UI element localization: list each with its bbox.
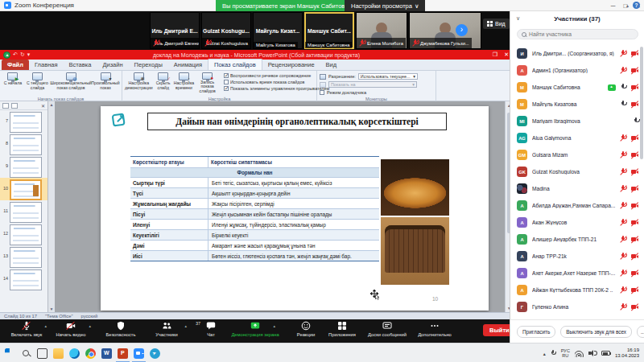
mute-all-button[interactable]: Выключить звук для всех [560,326,632,338]
video-thumbnail[interactable]: Иль Дмитрий Е... Иль Дмитрий Евгение.. [150,12,200,49]
participant-row[interactable]: А Админ1 (Организатор) [510,62,644,79]
slide-thumbnail[interactable]: 10 [0,178,47,200]
ribbon-tab[interactable]: Анимация [168,60,208,70]
help-icon[interactable]: ? [633,2,640,9]
video-thumbnail[interactable]: Джумабекова Гульзи... [409,12,481,49]
video-thumbnail[interactable]: Gulzat Koshugu... Gulzat Koshugulova [201,12,251,49]
video-thumbnail[interactable]: Елена Молибога [356,12,407,49]
ribbon-checkbox-row[interactable]: Использовать время показа слайдов [224,80,314,84]
next-videos-button[interactable]: › [456,24,468,36]
taskbar-app-icon[interactable] [85,348,96,359]
ribbon-tab[interactable]: Показ слайдов [208,59,262,70]
participant-row[interactable]: MI Mariyam Ibragimova [510,113,644,130]
tray-chevron-icon[interactable]: ▴ [543,351,546,356]
outline-tab-icon[interactable] [11,103,18,109]
qat-dropdown-icon[interactable]: ▾ [27,51,31,58]
participant-row[interactable]: А Анар ТРР-21k [510,248,644,265]
more-button[interactable]: Дополнительно [407,321,463,337]
start-video-button[interactable]: Начать видео▴ [43,321,99,337]
participant-row[interactable]: А Алишер Ануарбек ТПП-21 [510,231,644,248]
custom-slideshow-button[interactable]: ▾ Произвольный показ [92,72,119,94]
record-slideshow-button[interactable]: ● Запись показа слайдов [196,72,219,94]
checkbox[interactable] [224,73,229,78]
search-input[interactable] [529,31,634,37]
from-beginning-button[interactable]: ▶ С начала [2,72,23,94]
ribbon-tab[interactable]: Файл [2,60,29,70]
speaker-icon[interactable] [588,350,597,357]
taskbar-app-icon[interactable] [21,348,31,359]
ribbon-tab[interactable]: Переходы [129,60,168,70]
participant-row[interactable]: А Ахет Акерке,Ахет Назерке ТПП-... [510,265,644,282]
participant-row[interactable]: GM Gulsara Mizam [510,146,644,163]
participant-row[interactable]: А Айжан Куттыбекова ТПП 20К-2 .. [510,282,644,298]
slide-thumbnail[interactable]: 7 [0,110,47,133]
taskbar-app-icon[interactable] [118,348,128,359]
slide-thumbnail[interactable]: 12 [0,223,47,245]
slide-thumbnail[interactable]: 11 [0,200,47,223]
slides-tab-icon[interactable] [2,103,9,109]
invite-button[interactable]: Пригласить [517,326,555,338]
tray-mic-icon[interactable] [551,349,556,357]
ribbon-tab[interactable]: Вид [320,60,343,70]
more-options-button[interactable]: ... [637,326,644,338]
clock[interactable]: 16:1913.04.2023 [615,348,642,359]
ppt-maximize-button[interactable]: ❐ [493,51,497,58]
setup-slideshow-button[interactable]: ✱ Настройка демонстрации [125,72,153,94]
participant-row[interactable]: Г Гуленко Алина [510,298,644,315]
chevron-up-icon[interactable]: ▴ [273,323,275,328]
checkbox[interactable] [224,80,229,84]
ribbon-tab[interactable]: Рецензирование [262,60,320,70]
slide-thumbnail[interactable]: 13 [0,245,47,268]
minimize-ribbon-icon[interactable]: ▴ [626,2,629,8]
participant-row[interactable]: М Маншук Сабитовна [510,79,644,96]
video-thumbnail[interactable]: Маншук Сабит... Маншук Сабитовна [304,12,354,49]
view-button[interactable]: Вид [483,19,510,29]
ribbon-checkbox-row[interactable]: Показать элементы управления проигрывате… [224,86,314,91]
ribbon-checkbox-row[interactable]: Воспроизвести речевое сопровождение [224,73,314,78]
participants-scrollbar[interactable] [640,47,643,159]
chevron-up-icon[interactable]: ▴ [89,323,91,328]
participant-search[interactable] [517,29,638,39]
hide-slide-button[interactable]: ∕ Скрыть слайд [155,72,172,94]
ribbon-tab[interactable]: Главная [29,60,64,70]
taskbar-app-icon[interactable] [37,348,47,359]
taskbar-app-icon[interactable] [5,348,15,359]
slide-thumbnail[interactable]: 9 [0,155,47,178]
participant-row[interactable]: И Иль Дмитри... (Соорганизатор, я) [510,45,644,62]
participant-row[interactable]: GK Gulzat Koshugulova [510,163,644,180]
share-screen-button[interactable]: Демонстрация экрана▴ [227,321,283,337]
participant-row[interactable]: AG Alua Galymovna [510,130,644,146]
taskbar-app-icon[interactable] [150,348,160,359]
participant-row[interactable]: Madina [510,180,644,197]
collapse-panel-icon[interactable]: ∨ [516,15,520,22]
wifi-icon[interactable] [575,350,584,357]
from-current-slide-button[interactable]: С текущего слайда [25,72,50,94]
minimize-button[interactable]: ─ [611,2,616,10]
undo-button[interactable]: ↶ [13,51,18,58]
redo-button[interactable]: ↻ [20,51,25,58]
taskbar-app-icon[interactable] [69,348,80,359]
taskbar-app-icon[interactable] [134,348,144,359]
slide-thumbnail[interactable]: 14 [0,268,47,290]
presenter-view-checkbox[interactable] [320,90,324,95]
broadcast-slideshow-button[interactable]: ◍ Широковещательный показ слайдов [52,72,90,94]
participant-row[interactable]: А Акан Жунусов [510,214,644,231]
view-settings-button[interactable]: Настройки просмотра ∨ [345,0,425,11]
resolution-dropdown[interactable]: Использовать текущее... ▾ [358,73,418,80]
participant-row[interactable]: М Майгуль Кизатова [510,96,644,113]
taskbar-app-icon[interactable] [101,348,112,359]
close-panel-icon[interactable]: ✕ [41,103,45,109]
ribbon-tab[interactable]: Дизайн [97,60,128,70]
viewing-screen-banner: Вы просматриваете экран Маншук Сабитовна [216,0,358,11]
video-thumbnail[interactable]: Майгуль Кизат... Майгуль Кизатова [253,12,303,49]
ribbon-tab[interactable]: Вставка [64,60,97,70]
checkbox[interactable] [224,86,229,91]
battery-icon[interactable] [601,351,610,356]
rehearse-timings-button[interactable]: ◔ Настройка времени [174,72,195,94]
participant-row[interactable]: А Абилда Аружан,Рахман Сапара... [510,197,644,214]
taskbar-app-icon[interactable] [53,348,64,359]
ppt-close-button[interactable]: ✕ [504,51,509,58]
thumbnail-scrollbar[interactable]: ▲▼ [48,101,55,312]
slide-thumbnail[interactable]: 8 [0,133,47,155]
language-indicator[interactable]: РУСRU [561,348,570,358]
